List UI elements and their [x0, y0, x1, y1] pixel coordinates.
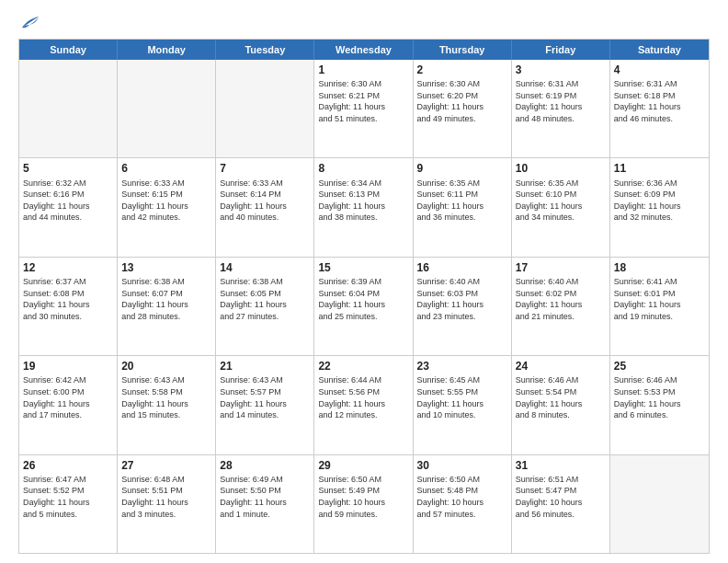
day-number: 24 — [516, 359, 606, 373]
day-info: Sunrise: 6:43 AM Sunset: 5:57 PM Dayligh… — [220, 374, 310, 420]
calendar-cell — [610, 455, 709, 553]
day-info: Sunrise: 6:46 AM Sunset: 5:54 PM Dayligh… — [516, 374, 606, 420]
calendar-cell: 21Sunrise: 6:43 AM Sunset: 5:57 PM Dayli… — [216, 356, 314, 454]
day-number: 3 — [516, 63, 606, 77]
calendar-cell: 16Sunrise: 6:40 AM Sunset: 6:03 PM Dayli… — [414, 258, 512, 355]
calendar-row: 19Sunrise: 6:42 AM Sunset: 6:00 PM Dayli… — [19, 355, 709, 454]
calendar-cell: 26Sunrise: 6:47 AM Sunset: 5:52 PM Dayli… — [19, 455, 118, 553]
day-number: 10 — [516, 161, 606, 176]
day-info: Sunrise: 6:36 AM Sunset: 6:09 PM Dayligh… — [614, 178, 705, 224]
day-number: 13 — [121, 260, 211, 275]
header-day-monday: Monday — [118, 40, 216, 60]
header-day-wednesday: Wednesday — [314, 40, 413, 60]
header-day-tuesday: Tuesday — [216, 40, 314, 60]
day-info: Sunrise: 6:30 AM Sunset: 6:21 PM Dayligh… — [318, 78, 408, 124]
calendar-cell: 31Sunrise: 6:51 AM Sunset: 5:47 PM Dayli… — [512, 455, 610, 553]
day-number: 25 — [614, 359, 705, 373]
day-number: 6 — [121, 161, 211, 176]
day-number: 16 — [417, 260, 507, 275]
day-number: 30 — [417, 458, 507, 473]
day-info: Sunrise: 6:38 AM Sunset: 6:05 PM Dayligh… — [220, 276, 310, 322]
calendar-row: 1Sunrise: 6:30 AM Sunset: 6:21 PM Daylig… — [19, 60, 709, 157]
day-info: Sunrise: 6:33 AM Sunset: 6:15 PM Dayligh… — [121, 178, 211, 224]
header — [18, 15, 710, 31]
day-number: 9 — [417, 161, 507, 176]
day-number: 20 — [121, 359, 211, 373]
calendar-header: SundayMondayTuesdayWednesdayThursdayFrid… — [19, 40, 709, 60]
calendar-cell: 9Sunrise: 6:35 AM Sunset: 6:11 PM Daylig… — [414, 158, 512, 256]
day-number: 14 — [220, 260, 310, 275]
calendar-cell: 4Sunrise: 6:31 AM Sunset: 6:18 PM Daylig… — [610, 60, 709, 157]
day-number: 19 — [23, 359, 113, 373]
day-number: 31 — [516, 458, 606, 473]
day-number: 1 — [318, 63, 408, 77]
page: SundayMondayTuesdayWednesdayThursdayFrid… — [0, 0, 728, 563]
day-number: 12 — [23, 260, 113, 275]
calendar-cell — [118, 60, 216, 157]
calendar-cell: 17Sunrise: 6:40 AM Sunset: 6:02 PM Dayli… — [512, 258, 610, 355]
calendar-cell — [216, 60, 314, 157]
day-info: Sunrise: 6:50 AM Sunset: 5:49 PM Dayligh… — [318, 474, 408, 520]
calendar-cell: 12Sunrise: 6:37 AM Sunset: 6:08 PM Dayli… — [19, 258, 118, 355]
day-info: Sunrise: 6:42 AM Sunset: 6:00 PM Dayligh… — [23, 374, 113, 420]
calendar-cell: 1Sunrise: 6:30 AM Sunset: 6:21 PM Daylig… — [314, 60, 413, 157]
calendar-cell: 6Sunrise: 6:33 AM Sunset: 6:15 PM Daylig… — [118, 158, 216, 256]
header-day-friday: Friday — [512, 40, 610, 60]
day-number: 11 — [614, 161, 705, 176]
day-number: 26 — [23, 458, 113, 473]
calendar-cell: 28Sunrise: 6:49 AM Sunset: 5:50 PM Dayli… — [216, 455, 314, 553]
day-number: 21 — [220, 359, 310, 373]
calendar-cell: 2Sunrise: 6:30 AM Sunset: 6:20 PM Daylig… — [414, 60, 512, 157]
calendar-row: 5Sunrise: 6:32 AM Sunset: 6:16 PM Daylig… — [19, 157, 709, 256]
day-info: Sunrise: 6:35 AM Sunset: 6:11 PM Dayligh… — [417, 178, 507, 224]
calendar: SundayMondayTuesdayWednesdayThursdayFrid… — [18, 39, 710, 554]
day-number: 28 — [220, 458, 310, 473]
calendar-cell: 7Sunrise: 6:33 AM Sunset: 6:14 PM Daylig… — [216, 158, 314, 256]
day-number: 5 — [23, 161, 113, 176]
calendar-cell: 24Sunrise: 6:46 AM Sunset: 5:54 PM Dayli… — [512, 356, 610, 454]
day-info: Sunrise: 6:47 AM Sunset: 5:52 PM Dayligh… — [23, 474, 113, 520]
logo — [18, 15, 40, 31]
day-info: Sunrise: 6:51 AM Sunset: 5:47 PM Dayligh… — [516, 474, 606, 520]
day-number: 17 — [516, 260, 606, 275]
day-info: Sunrise: 6:30 AM Sunset: 6:20 PM Dayligh… — [417, 78, 507, 124]
logo-bird-icon — [20, 15, 40, 31]
day-number: 27 — [121, 458, 211, 473]
day-info: Sunrise: 6:49 AM Sunset: 5:50 PM Dayligh… — [220, 474, 310, 520]
calendar-cell: 10Sunrise: 6:35 AM Sunset: 6:10 PM Dayli… — [512, 158, 610, 256]
calendar-row: 26Sunrise: 6:47 AM Sunset: 5:52 PM Dayli… — [19, 454, 709, 553]
calendar-cell: 15Sunrise: 6:39 AM Sunset: 6:04 PM Dayli… — [314, 258, 413, 355]
calendar-cell: 23Sunrise: 6:45 AM Sunset: 5:55 PM Dayli… — [414, 356, 512, 454]
calendar-cell — [19, 60, 118, 157]
day-number: 4 — [614, 63, 705, 77]
calendar-cell: 11Sunrise: 6:36 AM Sunset: 6:09 PM Dayli… — [610, 158, 709, 256]
day-info: Sunrise: 6:38 AM Sunset: 6:07 PM Dayligh… — [121, 276, 211, 322]
calendar-cell: 18Sunrise: 6:41 AM Sunset: 6:01 PM Dayli… — [610, 258, 709, 355]
calendar-cell: 19Sunrise: 6:42 AM Sunset: 6:00 PM Dayli… — [19, 356, 118, 454]
calendar-cell: 29Sunrise: 6:50 AM Sunset: 5:49 PM Dayli… — [314, 455, 413, 553]
day-number: 29 — [318, 458, 408, 473]
calendar-cell: 22Sunrise: 6:44 AM Sunset: 5:56 PM Dayli… — [314, 356, 413, 454]
day-info: Sunrise: 6:35 AM Sunset: 6:10 PM Dayligh… — [516, 178, 606, 224]
header-day-sunday: Sunday — [19, 40, 118, 60]
day-number: 7 — [220, 161, 310, 176]
calendar-cell: 13Sunrise: 6:38 AM Sunset: 6:07 PM Dayli… — [118, 258, 216, 355]
calendar-cell: 20Sunrise: 6:43 AM Sunset: 5:58 PM Dayli… — [118, 356, 216, 454]
day-number: 8 — [318, 161, 408, 176]
calendar-cell: 5Sunrise: 6:32 AM Sunset: 6:16 PM Daylig… — [19, 158, 118, 256]
calendar-cell: 8Sunrise: 6:34 AM Sunset: 6:13 PM Daylig… — [314, 158, 413, 256]
day-info: Sunrise: 6:34 AM Sunset: 6:13 PM Dayligh… — [318, 178, 408, 224]
calendar-cell: 14Sunrise: 6:38 AM Sunset: 6:05 PM Dayli… — [216, 258, 314, 355]
calendar-cell: 3Sunrise: 6:31 AM Sunset: 6:19 PM Daylig… — [512, 60, 610, 157]
day-info: Sunrise: 6:37 AM Sunset: 6:08 PM Dayligh… — [23, 276, 113, 322]
header-day-saturday: Saturday — [610, 40, 709, 60]
day-info: Sunrise: 6:40 AM Sunset: 6:02 PM Dayligh… — [516, 276, 606, 322]
day-info: Sunrise: 6:33 AM Sunset: 6:14 PM Dayligh… — [220, 178, 310, 224]
day-info: Sunrise: 6:40 AM Sunset: 6:03 PM Dayligh… — [417, 276, 507, 322]
day-number: 23 — [417, 359, 507, 373]
day-info: Sunrise: 6:39 AM Sunset: 6:04 PM Dayligh… — [318, 276, 408, 322]
day-number: 2 — [417, 63, 507, 77]
day-info: Sunrise: 6:43 AM Sunset: 5:58 PM Dayligh… — [121, 374, 211, 420]
day-number: 22 — [318, 359, 408, 373]
calendar-cell: 25Sunrise: 6:46 AM Sunset: 5:53 PM Dayli… — [610, 356, 709, 454]
